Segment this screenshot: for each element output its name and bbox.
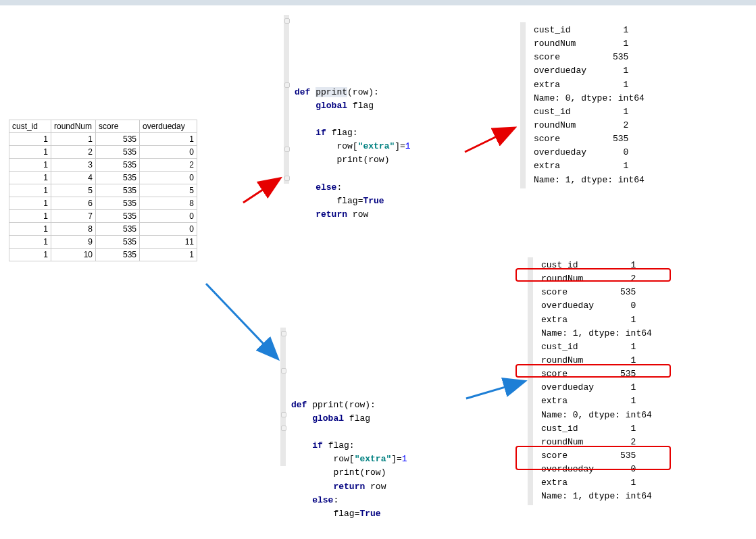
table-cell: 535 bbox=[96, 159, 140, 172]
output-line: score 535 bbox=[541, 449, 698, 463]
table-cell: 8 bbox=[140, 197, 197, 210]
var-flag: flag bbox=[353, 101, 374, 111]
output-line: extra 1 bbox=[541, 476, 698, 490]
table-cell: 1 bbox=[140, 133, 197, 146]
table-cell: 1 bbox=[9, 249, 51, 261]
table-cell: 535 bbox=[96, 210, 140, 223]
table-row: 1953511 bbox=[9, 236, 197, 249]
print-arg: row bbox=[365, 467, 380, 478]
print-arg: row bbox=[368, 155, 384, 165]
literal-true: True bbox=[359, 509, 380, 519]
return-value: row bbox=[353, 209, 368, 220]
output-line: cust_id 1 bbox=[534, 105, 690, 119]
output-line: cust_id 1 bbox=[541, 340, 698, 354]
function-name: pprint bbox=[312, 400, 344, 410]
output-line: extra 1 bbox=[541, 394, 698, 408]
output-line: extra 1 bbox=[534, 78, 690, 92]
output-line: Name: 0, dtype: int64 bbox=[541, 409, 698, 422]
table-cell: 535 bbox=[96, 223, 140, 236]
table-cell: 1 bbox=[9, 197, 51, 210]
output-line: score 535 bbox=[534, 51, 690, 64]
table-cell: 1 bbox=[9, 184, 51, 197]
keyword-else: else bbox=[312, 495, 333, 505]
table-row: 165358 bbox=[9, 197, 197, 210]
table-cell: 1 bbox=[9, 159, 51, 172]
table-cell: 2 bbox=[140, 159, 197, 172]
arrow-blue-2 bbox=[466, 382, 524, 399]
table-cell: 11 bbox=[140, 236, 197, 249]
keyword-def: def bbox=[295, 87, 310, 97]
arrow-red-1 bbox=[243, 179, 279, 203]
keyword-global: global bbox=[316, 101, 347, 111]
output-line: overdueday 0 bbox=[534, 146, 690, 159]
output-line: roundNum 2 bbox=[541, 436, 698, 449]
literal-1: 1 bbox=[402, 454, 407, 464]
output-line: cust_id 1 bbox=[541, 422, 698, 436]
row-index: row bbox=[336, 141, 352, 151]
table-cell: 1 bbox=[140, 249, 197, 261]
table-cell: 0 bbox=[140, 210, 197, 223]
param-row: row bbox=[353, 87, 368, 97]
table-cell: 5 bbox=[140, 184, 197, 197]
output-1: cust_id 1roundNum 1score 535overdueday 1… bbox=[520, 22, 696, 188]
output-line: score 535 bbox=[541, 367, 698, 381]
table-cell: 535 bbox=[96, 172, 140, 184]
output-line: overdueday 0 bbox=[541, 299, 698, 313]
dataframe-table: cust_id roundNum score overdueday 115351… bbox=[9, 120, 197, 261]
code-block-2: def pprint(row): global flag if flag: ro… bbox=[280, 328, 463, 466]
table-cell: 0 bbox=[140, 223, 197, 236]
output-line: cust_id 1 bbox=[541, 259, 698, 272]
table-cell: 6 bbox=[51, 197, 96, 210]
literal-true: True bbox=[363, 196, 384, 206]
table-cell: 4 bbox=[51, 172, 96, 184]
table-cell: 9 bbox=[51, 236, 96, 249]
cond-flag: flag bbox=[328, 440, 349, 451]
keyword-def: def bbox=[291, 400, 307, 410]
param-row: row bbox=[349, 400, 365, 410]
table-cell: 1 bbox=[9, 172, 51, 184]
table-cell: 1 bbox=[51, 133, 96, 146]
table-cell: 5 bbox=[51, 184, 96, 197]
col-header-overdueday: overdueday bbox=[140, 120, 197, 133]
output-line: Name: 0, dtype: int64 bbox=[534, 92, 690, 105]
table-row: 185350 bbox=[9, 223, 197, 236]
arrow-blue-1 bbox=[206, 284, 277, 358]
col-header-roundnum: roundNum bbox=[51, 120, 96, 133]
table-cell: 1 bbox=[9, 223, 51, 236]
table-cell: 1 bbox=[9, 210, 51, 223]
function-name: pprint bbox=[316, 87, 347, 97]
keyword-return: return bbox=[316, 209, 347, 220]
literal-1: 1 bbox=[405, 141, 411, 151]
row-index: row bbox=[333, 454, 349, 464]
print-call: print bbox=[333, 467, 359, 478]
output-line: Name: 1, dtype: int64 bbox=[534, 174, 690, 187]
table-cell: 535 bbox=[96, 184, 140, 197]
col-header-cust_id: cust_id bbox=[9, 120, 51, 133]
flag-assign: flag= bbox=[333, 509, 359, 519]
table-cell: 0 bbox=[140, 146, 197, 159]
table-cell: 10 bbox=[51, 249, 96, 261]
output-line: overdueday 0 bbox=[541, 463, 698, 476]
output-line: roundNum 1 bbox=[534, 37, 690, 51]
string-extra: "extra" bbox=[358, 141, 395, 151]
table-cell: 2 bbox=[51, 146, 96, 159]
top-bar bbox=[0, 0, 756, 5]
flag-assign: flag= bbox=[336, 196, 363, 206]
table-cell: 1 bbox=[9, 236, 51, 249]
table-cell: 1 bbox=[9, 146, 51, 159]
table-cell: 8 bbox=[51, 223, 96, 236]
output-line: Name: 1, dtype: int64 bbox=[541, 327, 698, 340]
table-row: 135352 bbox=[9, 159, 197, 172]
return-value: row bbox=[370, 482, 386, 492]
var-flag: flag bbox=[349, 413, 370, 424]
output-line: roundNum 1 bbox=[541, 354, 698, 367]
output-2: cust_id 1roundNum 2score 535overdueday 0… bbox=[528, 257, 703, 505]
output-line: roundNum 2 bbox=[541, 272, 698, 286]
table-cell: 535 bbox=[96, 197, 140, 210]
table-cell: 535 bbox=[96, 236, 140, 249]
output-line: overdueday 1 bbox=[534, 64, 690, 78]
table-cell: 535 bbox=[96, 133, 140, 146]
table-row: 1105351 bbox=[9, 249, 197, 261]
string-extra: "extra" bbox=[355, 454, 392, 464]
keyword-return: return bbox=[333, 482, 365, 492]
